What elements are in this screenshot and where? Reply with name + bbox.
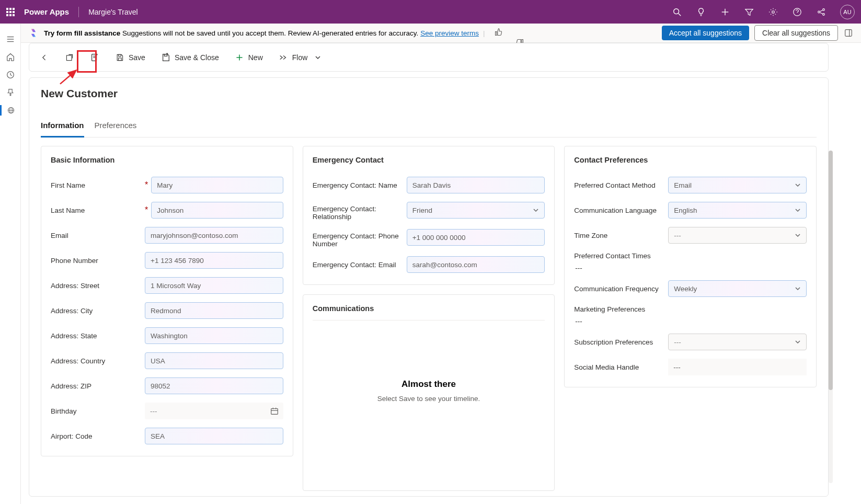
svg-rect-27 [164, 54, 167, 56]
pref-tz-label: Time Zone [574, 232, 668, 239]
chevron-down-icon [795, 285, 801, 292]
chevron-down-icon [533, 207, 539, 213]
pref-freq-label: Communication Frequency [574, 285, 668, 293]
svg-line-11 [820, 12, 822, 14]
ec-rel-select[interactable]: Friend [407, 202, 545, 219]
rail-pin-icon[interactable] [5, 87, 16, 98]
airport-label: Airport: Code [51, 432, 145, 440]
clear-all-button[interactable]: Clear all suggestions [754, 25, 838, 41]
contact-pref-title: Contact Preferences [574, 156, 807, 164]
share-icon[interactable] [816, 7, 826, 17]
copilot-side-icon[interactable] [843, 28, 854, 38]
rail-home-icon[interactable] [5, 52, 16, 62]
open-record-button[interactable] [62, 51, 77, 64]
form-tabs: Information Preferences [41, 121, 817, 138]
zip-field[interactable] [145, 377, 283, 394]
copilot-icon [28, 28, 39, 38]
scrollbar-thumb[interactable] [829, 151, 833, 390]
state-label: Address: State [51, 332, 145, 340]
pref-lang-label: Communication Language [574, 207, 668, 214]
help-icon[interactable] [792, 7, 802, 17]
phone-field[interactable] [145, 252, 283, 269]
flow-button[interactable]: Flow [275, 51, 325, 64]
plus-icon[interactable] [720, 7, 730, 17]
ec-email-field[interactable] [407, 256, 545, 273]
street-label: Address: Street [51, 282, 145, 290]
chevron-down-icon [795, 182, 801, 188]
lightbulb-icon[interactable] [696, 7, 706, 17]
pref-sub-select[interactable]: --- [668, 334, 807, 350]
street-field[interactable] [145, 277, 283, 294]
suggest-text: Suggestions will not be saved until you … [120, 29, 420, 37]
rail-menu-icon[interactable] [5, 34, 16, 44]
rail-recent-icon[interactable] [5, 70, 16, 80]
scrollbar[interactable] [829, 151, 833, 483]
calendar-icon[interactable] [270, 406, 279, 416]
back-button[interactable] [37, 51, 52, 64]
city-label: Address: City [51, 307, 145, 315]
left-rail [0, 24, 21, 504]
emergency-card: Emergency Contact Emergency Contact: Nam… [303, 146, 555, 285]
svg-rect-21 [66, 55, 72, 61]
thumbs-up-icon[interactable] [494, 28, 503, 38]
svg-rect-19 [845, 30, 852, 37]
pref-freq-select[interactable]: Weekly [668, 280, 807, 297]
country-field[interactable] [145, 352, 283, 369]
ec-phone-field[interactable] [407, 229, 545, 246]
tab-information[interactable]: Information [41, 121, 84, 138]
pref-social-label: Social Media Handle [574, 363, 668, 371]
svg-marker-4 [745, 9, 753, 15]
contact-pref-card: Contact Preferences Preferred Contact Me… [564, 146, 817, 387]
app-launcher-icon[interactable] [6, 8, 15, 16]
airport-field[interactable] [145, 428, 283, 444]
last-name-field[interactable] [151, 202, 283, 219]
email-field[interactable] [145, 227, 283, 244]
comm-placeholder-text: Select Save to see your timeline. [377, 395, 480, 403]
email-label: Email [51, 232, 145, 239]
divider [78, 7, 79, 17]
chevron-down-icon [795, 232, 801, 238]
tab-preferences[interactable]: Preferences [95, 121, 137, 137]
pref-lang-select[interactable]: English [668, 202, 807, 219]
accept-all-button[interactable]: Accept all suggestions [662, 26, 749, 40]
page-title: New Customer [41, 87, 817, 100]
svg-rect-25 [119, 54, 121, 56]
state-field[interactable] [145, 327, 283, 344]
svg-point-5 [772, 10, 775, 13]
city-field[interactable] [145, 302, 283, 319]
ec-name-field[interactable] [407, 177, 545, 193]
save-close-button[interactable]: Save & Close [158, 51, 222, 64]
basic-info-title: Basic Information [51, 156, 283, 164]
ec-email-label: Emergency Contact: Email [313, 261, 407, 269]
pref-social-field[interactable] [668, 359, 807, 375]
ec-rel-label: Emergency Contact: Relationship [313, 202, 407, 221]
environment-name: Margie's Travel [88, 8, 137, 16]
chevron-down-icon [795, 339, 801, 345]
svg-point-7 [818, 11, 820, 13]
first-name-label: First Name [51, 181, 145, 189]
thumbs-down-icon[interactable] [505, 28, 514, 38]
phone-label: Phone Number [51, 257, 145, 265]
svg-rect-26 [119, 58, 122, 60]
last-name-label: Last Name [51, 207, 145, 214]
comm-placeholder-heading: Almost there [401, 379, 456, 390]
birthday-field[interactable]: --- [149, 407, 157, 415]
pref-method-select[interactable]: Email [668, 177, 807, 193]
svg-line-1 [679, 13, 681, 16]
filter-icon[interactable] [744, 7, 754, 17]
new-button[interactable]: New [232, 51, 266, 64]
settings-icon[interactable] [768, 7, 778, 17]
form-fill-button[interactable] [87, 51, 102, 64]
user-avatar[interactable]: AU [840, 5, 855, 19]
suggest-bold: Try form fill assistance [44, 29, 120, 37]
search-icon[interactable] [672, 7, 682, 17]
preview-terms-link[interactable]: See preview terms [420, 29, 479, 37]
pref-mkt-value[interactable]: --- [574, 317, 582, 325]
save-button[interactable]: Save [112, 51, 148, 64]
pref-times-value[interactable]: --- [574, 264, 582, 272]
first-name-field[interactable] [151, 177, 283, 193]
rail-globe-icon[interactable] [6, 105, 16, 116]
pref-tz-select[interactable]: --- [668, 227, 807, 244]
ec-name-label: Emergency Contact: Name [313, 181, 407, 189]
suggestions-bar: Try form fill assistance Suggestions wil… [21, 24, 861, 43]
